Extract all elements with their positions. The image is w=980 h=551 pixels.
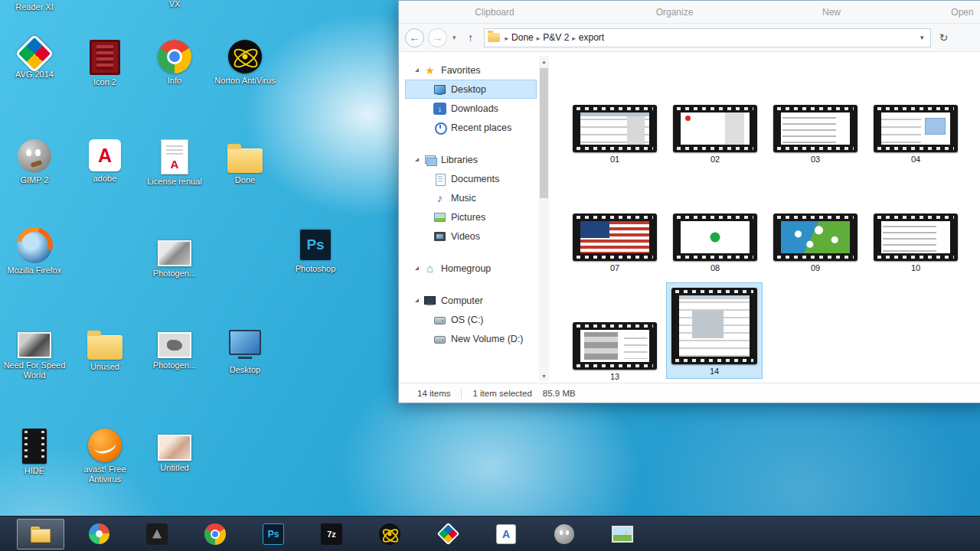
scroll-down-icon[interactable]: ▼ <box>539 370 549 381</box>
taskbar-button-7zip[interactable]: 7z <box>308 519 355 549</box>
desktop-icon-label: Mozilla Firefox <box>0 266 70 276</box>
libraries-icon <box>423 154 436 166</box>
navigation-scrollbar[interactable]: ▲ ▼ <box>539 56 549 381</box>
breadcrumb-separator-icon[interactable]: ▸ <box>502 34 512 42</box>
scrollbar-thumb[interactable] <box>540 68 548 198</box>
desktop-icon-adobe[interactable]: Aadobe <box>70 139 140 184</box>
desktop-icon-photogen[interactable]: Photogen... <box>139 234 210 279</box>
file-item-09[interactable]: 09 <box>772 209 859 275</box>
expander-icon[interactable] <box>415 158 419 161</box>
taskbar-button-file-explorer[interactable] <box>17 519 64 549</box>
film-strip-thumbnail <box>673 105 757 152</box>
file-item-10[interactable]: 10 <box>872 209 959 275</box>
refresh-button[interactable]: ↻ <box>935 28 953 47</box>
status-bar: 14 items 1 item selected 85.9 MB <box>399 383 980 403</box>
nav-item-label: Music <box>451 193 476 204</box>
taskbar-button-photoshop[interactable]: Ps <box>250 519 297 549</box>
up-button[interactable]: ↑ <box>462 28 480 47</box>
file-list: 01020304070809101314 <box>549 56 980 381</box>
taskbar-button-avg[interactable] <box>424 519 472 549</box>
thumbnail-image <box>781 221 850 253</box>
nav-item-desktop[interactable]: Desktop <box>405 80 537 99</box>
file-item-14[interactable]: 14 <box>666 282 763 379</box>
desktop-icon-reader-xi[interactable]: Reader XI <box>0 0 70 12</box>
taskbar-button-chrome[interactable] <box>191 519 239 549</box>
taskbar-button-text-editor[interactable]: A <box>482 519 530 549</box>
desktop-icon-info[interactable]: Info <box>139 40 210 86</box>
file-item-01[interactable]: 01 <box>571 100 658 166</box>
breadcrumb-p-v-2[interactable]: P&V 2 <box>543 32 569 43</box>
desktop-icon-untitled[interactable]: Untitled <box>139 429 210 473</box>
breadcrumb-separator-icon[interactable]: ▸ <box>534 34 544 42</box>
nav-item-recent-places[interactable]: Recent places <box>405 118 537 137</box>
nav-item-music[interactable]: ♪Music <box>405 188 537 207</box>
taskbar-button-image-viewer[interactable] <box>599 519 646 549</box>
desktop-icon-hide[interactable]: HIDE <box>0 429 70 476</box>
file-name-label: 03 <box>773 155 858 164</box>
expander-icon[interactable] <box>415 298 419 302</box>
folder-icon <box>488 33 500 42</box>
ribbon-group-new[interactable]: New <box>822 7 841 18</box>
desktop-icon-label: Reader XI <box>0 2 70 12</box>
desktop-icon-done[interactable]: Done <box>210 139 280 185</box>
taskbar-button-norton[interactable] <box>366 519 413 549</box>
taskbar-button-dark-app[interactable] <box>133 519 181 549</box>
file-item-07[interactable]: 07 <box>571 209 658 275</box>
file-item-03[interactable]: 03 <box>772 100 859 166</box>
icon-glyph: A <box>162 158 188 171</box>
desktop-icon-mozilla-firefox[interactable]: Mozilla Firefox <box>0 228 70 276</box>
file-item-04[interactable]: 04 <box>872 100 959 166</box>
nav-item-new-volume-d[interactable]: New Volume (D:) <box>405 329 537 348</box>
avg-icon <box>15 34 54 73</box>
breadcrumb-separator-icon[interactable]: ▸ <box>569 34 579 42</box>
thumbnail-image <box>580 112 649 145</box>
desktop-icon-norton-antivirus[interactable]: Norton AntiVirus <box>210 40 280 86</box>
desktop-icon-avast-free-antivirus[interactable]: avast! Free Antivirus <box>70 429 140 484</box>
nav-item-downloads[interactable]: ↓Downloads <box>405 99 537 118</box>
scroll-up-icon[interactable]: ▲ <box>539 56 549 67</box>
gimp-icon <box>18 139 51 173</box>
nav-item-libraries[interactable]: Libraries <box>405 150 537 169</box>
adobe-icon: A <box>89 139 121 171</box>
file-item-08[interactable]: 08 <box>671 209 759 275</box>
nav-item-computer[interactable]: Computer <box>405 291 537 310</box>
drive-icon <box>433 333 446 345</box>
nav-item-documents[interactable]: Documents <box>405 169 537 188</box>
desktop-icon-license-renual[interactable]: ALicense renual <box>139 139 210 187</box>
thumbnail-image <box>580 221 649 253</box>
desktop-icon-desktop[interactable]: Desktop <box>210 326 280 375</box>
desktop-icon-avg-2014[interactable]: AVG 2014 <box>0 40 70 80</box>
ribbon-groups-row: ClipboardOrganizeNewOpen <box>399 1 980 24</box>
expander-icon[interactable] <box>415 266 419 270</box>
desktop-icon-photogen[interactable]: Photogen... <box>139 326 210 370</box>
desktop-icon-vx[interactable]: VX <box>139 0 210 9</box>
nav-item-pictures[interactable]: Pictures <box>405 207 537 227</box>
breadcrumb-export[interactable]: export <box>579 32 604 43</box>
nav-item-homegroup[interactable]: ⌂Homegroup <box>405 259 537 278</box>
dark-app-icon <box>146 523 168 545</box>
address-box[interactable]: ▸Done▸P&V 2▸export ▾ <box>484 28 931 47</box>
nav-item-favorites[interactable]: ★Favorites <box>405 60 537 80</box>
desktop-icon-label: VX <box>139 0 210 9</box>
file-item-02[interactable]: 02 <box>671 100 759 166</box>
taskbar-button-paint[interactable] <box>75 519 122 549</box>
desktop-icon-need-for-speed-world[interactable]: Need For Speed World <box>0 326 70 380</box>
nav-item-videos[interactable]: Videos <box>405 227 537 246</box>
ribbon-group-organize[interactable]: Organize <box>656 7 694 18</box>
forward-button[interactable]: → <box>428 28 447 47</box>
file-item-13[interactable]: 13 <box>571 318 658 381</box>
folder-icon <box>227 148 263 173</box>
address-dropdown-icon[interactable]: ▾ <box>917 34 927 41</box>
nav-item-os-c[interactable]: OS (C:) <box>405 310 537 329</box>
taskbar-button-gimp[interactable] <box>541 519 588 549</box>
back-button[interactable]: ← <box>405 28 424 47</box>
ribbon-group-clipboard[interactable]: Clipboard <box>475 7 514 18</box>
expander-icon[interactable] <box>415 68 419 72</box>
desktop-icon-icon-2[interactable]: Icon 2 <box>70 40 140 87</box>
history-dropdown-icon[interactable]: ▾ <box>451 34 458 41</box>
desktop-icon-unused[interactable]: Unused <box>70 326 140 372</box>
breadcrumb-done[interactable]: Done <box>511 32 534 43</box>
desktop-icon-gimp-2[interactable]: GIMP 2 <box>0 139 70 185</box>
ribbon-group-open[interactable]: Open <box>951 7 973 18</box>
desktop-icon-photoshop[interactable]: PsPhotoshop <box>280 228 351 274</box>
